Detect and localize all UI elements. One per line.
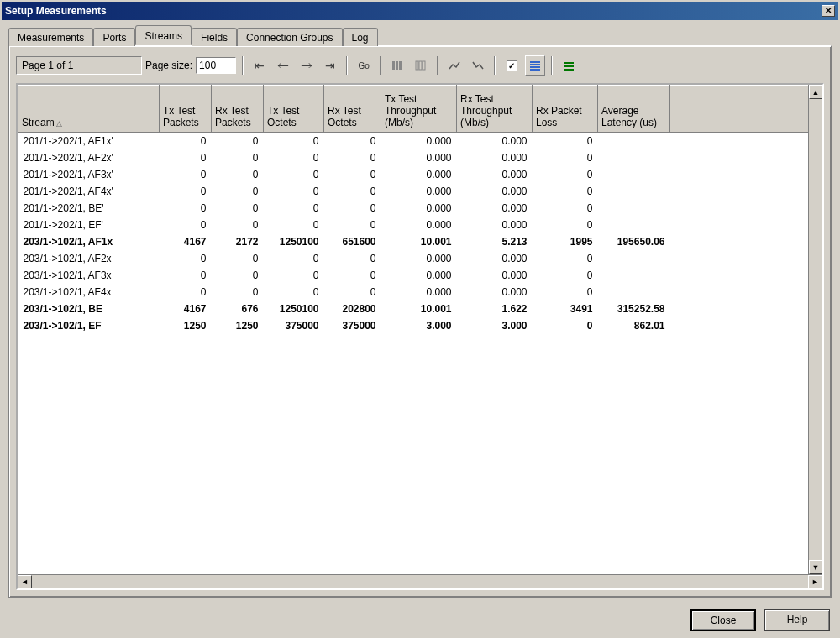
column-header[interactable]: Rx Test Throughput (Mb/s) [457, 86, 533, 133]
column-header[interactable]: Rx Test Packets [212, 86, 264, 133]
cell: 0.000 [457, 284, 533, 301]
cell [598, 250, 670, 267]
next-page-button[interactable]: 🡒 [297, 55, 317, 76]
page-size-input[interactable] [196, 57, 236, 74]
column-header[interactable]: Tx Test Packets [160, 86, 212, 133]
cell: 0 [264, 284, 324, 301]
list-view-button[interactable] [559, 55, 579, 76]
tab-measurements[interactable]: Measurements [8, 28, 93, 46]
table-row[interactable]: 203/1->102/1, AF4x00000.0000.0000 [18, 284, 822, 301]
column-header[interactable]: Tx Test Octets [264, 86, 324, 133]
scroll-down-icon[interactable]: ▼ [809, 560, 822, 574]
cell: 3.000 [457, 317, 533, 334]
column-config-button-2[interactable] [411, 55, 431, 76]
svg-rect-5 [423, 61, 425, 70]
table-row[interactable]: 201/1->202/1, AF2x'00000.0000.0000 [18, 149, 822, 166]
table-row[interactable]: 201/1->202/1, AF3x'00000.0000.0000 [18, 166, 822, 183]
table-row[interactable]: 203/1->102/1, AF1x4167217212501006516001… [18, 233, 822, 250]
prev-page-button[interactable]: 🡐 [273, 55, 293, 76]
cell-spacer [670, 133, 822, 150]
cell: 0 [264, 250, 324, 267]
cell: 0 [160, 267, 212, 284]
cell: 0 [264, 217, 324, 233]
column-header[interactable]: Stream△ [18, 86, 160, 133]
chart-button-1[interactable] [444, 55, 465, 76]
cell: 0 [264, 183, 324, 200]
table-row[interactable]: 201/1->202/1, BE'00000.0000.0000 [18, 200, 822, 217]
cell: 0.000 [457, 166, 533, 183]
dialog-window: Setup Measurements ✕ MeasurementsPortsSt… [0, 0, 840, 638]
scroll-left-icon[interactable]: ◄ [18, 575, 32, 588]
scroll-right-icon[interactable]: ► [808, 575, 822, 588]
table-row[interactable]: 203/1->102/1, EF125012503750003750003.00… [18, 317, 822, 334]
content-area: MeasurementsPortsStreamsFieldsConnection… [2, 20, 838, 601]
grid-container: Stream△Tx Test PacketsRx Test PacketsTx … [16, 83, 824, 590]
tab-fields[interactable]: Fields [192, 28, 237, 46]
cell: 201/1->202/1, AF4x' [18, 183, 160, 200]
table-row[interactable]: 203/1->102/1, AF2x00000.0000.0000 [18, 250, 822, 267]
table-row[interactable]: 201/1->202/1, AF4x'00000.0000.0000 [18, 183, 822, 200]
column-header-spacer [670, 86, 822, 133]
separator [242, 56, 244, 75]
cell: 201/1->202/1, AF3x' [18, 166, 160, 183]
cell-spacer [670, 301, 822, 317]
tab-body: Page 1 of 1 Page size: ⇤ 🡐 🡒 ⇥ Go [8, 45, 832, 598]
cell: 0 [533, 284, 598, 301]
page-size-label: Page size: [145, 60, 192, 71]
cell: 0 [212, 133, 264, 150]
table-row[interactable]: 203/1->102/1, AF3x00000.0000.0000 [18, 267, 822, 284]
horizontal-scrollbar[interactable]: ◄ ► [18, 574, 822, 588]
cell: 0 [324, 200, 381, 217]
last-icon: ⇥ [325, 59, 335, 72]
table-row[interactable]: 203/1->102/1, BE4167676125010020280010.0… [18, 301, 822, 317]
column-header[interactable]: Tx Test Throughput (Mb/s) [381, 86, 457, 133]
cell: 0 [324, 183, 381, 200]
cell: 0.000 [381, 267, 457, 284]
cell: 3491 [533, 301, 598, 317]
first-page-button[interactable]: ⇤ [249, 55, 270, 76]
table-row[interactable]: 201/1->202/1, EF'00000.0000.0000 [18, 217, 822, 233]
cell: 0 [533, 317, 598, 334]
cell: 203/1->102/1, BE [18, 301, 160, 317]
cell: 862.01 [598, 317, 670, 334]
cell: 0 [160, 166, 212, 183]
last-page-button[interactable]: ⇥ [320, 55, 340, 76]
vertical-scrollbar[interactable]: ▲ ▼ [808, 85, 822, 574]
cell: 0.000 [381, 200, 457, 217]
cell: 203/1->102/1, AF4x [18, 284, 160, 301]
cell: 0.000 [457, 133, 533, 150]
cell: 0 [212, 284, 264, 301]
cell: 202800 [324, 301, 381, 317]
window-close-button[interactable]: ✕ [822, 5, 835, 17]
cell: 0 [160, 217, 212, 233]
column-header[interactable]: Rx Packet Loss [533, 86, 598, 133]
tab-streams[interactable]: Streams [135, 25, 192, 45]
cell: 0.000 [457, 149, 533, 166]
tab-ports[interactable]: Ports [93, 28, 135, 46]
tab-log[interactable]: Log [343, 28, 378, 46]
column-header[interactable]: Rx Test Octets [324, 86, 381, 133]
cell: 203/1->102/1, AF3x [18, 267, 160, 284]
chart-button-2[interactable] [468, 55, 488, 76]
cell: 0 [533, 217, 598, 233]
tab-connection-groups[interactable]: Connection Groups [237, 28, 342, 46]
cell: 0 [264, 166, 324, 183]
cell: 375000 [264, 317, 324, 334]
close-button[interactable]: Close [690, 609, 756, 631]
cell-spacer [670, 183, 822, 200]
toolbar: Page 1 of 1 Page size: ⇤ 🡐 🡒 ⇥ Go [16, 53, 824, 78]
scroll-up-icon[interactable]: ▲ [809, 85, 822, 99]
table-view-button[interactable] [525, 55, 545, 76]
go-button[interactable]: Go [354, 55, 374, 76]
cell: 10.001 [381, 301, 457, 317]
cell: 0.000 [381, 284, 457, 301]
dialog-footer: Close Help [2, 601, 838, 636]
column-config-button-1[interactable] [387, 55, 407, 76]
cell: 0 [264, 200, 324, 217]
help-button[interactable]: Help [764, 609, 830, 631]
table-row[interactable]: 201/1->202/1, AF1x'00000.0000.0000 [18, 133, 822, 150]
cell: 10.001 [381, 233, 457, 250]
toggle-check-button[interactable]: ✓ [501, 55, 522, 76]
cell-spacer [670, 217, 822, 233]
column-header[interactable]: Average Latency (us) [598, 86, 670, 133]
